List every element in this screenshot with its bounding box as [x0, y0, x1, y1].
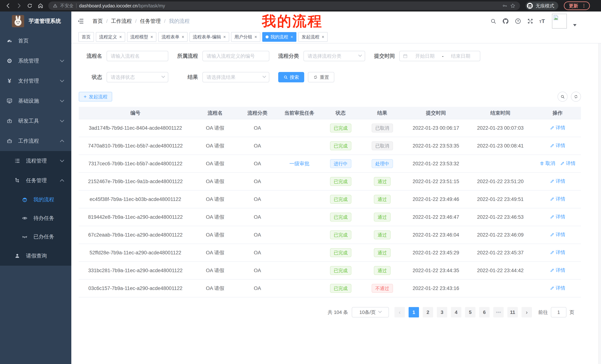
- tab-process-definition[interactable]: 流程定义×: [96, 32, 125, 42]
- detail-link[interactable]: 详情: [550, 249, 565, 256]
- close-icon[interactable]: ×: [150, 35, 153, 39]
- page-button-1[interactable]: 1: [409, 307, 419, 317]
- breadcrumb-item-0[interactable]: 首页: [92, 18, 103, 25]
- browser-home-icon[interactable]: [36, 1, 45, 10]
- sidebar-item-dev-tools[interactable]: 研发工具: [0, 111, 71, 131]
- browser-reload-icon[interactable]: [25, 1, 34, 10]
- tab-process-model[interactable]: 流程模型×: [127, 32, 156, 42]
- user-menu-caret-icon[interactable]: [573, 24, 576, 26]
- process-definition-input[interactable]: [202, 51, 269, 61]
- column-header-2: 流程分类: [238, 107, 277, 119]
- row-actions: 详情: [550, 178, 565, 184]
- result-select[interactable]: [202, 72, 269, 82]
- detail-link[interactable]: 详情: [550, 285, 565, 291]
- reset-button[interactable]: 重置: [308, 72, 334, 82]
- github-icon[interactable]: [502, 18, 509, 25]
- sidebar-item-my-process[interactable]: 我的流程: [0, 190, 71, 209]
- sidebar-item-workflow[interactable]: 工作流程: [0, 131, 71, 151]
- submit-time-range-picker[interactable]: 开始日期 - 结束日期: [399, 51, 480, 61]
- page-button-11[interactable]: 11: [507, 307, 518, 317]
- tab-home[interactable]: 首页: [78, 32, 94, 42]
- process-name-input[interactable]: [107, 51, 168, 61]
- detail-link[interactable]: 详情: [550, 125, 565, 131]
- sidebar-item-done-task[interactable]: 已办任务: [0, 228, 71, 246]
- current-task-link[interactable]: 一级审批: [289, 161, 310, 166]
- cell-category: OA: [238, 262, 277, 279]
- close-icon[interactable]: ×: [182, 35, 184, 39]
- cell-submit-time: 2022-01-23 00:06:17: [405, 119, 467, 137]
- sidebar-logo-row[interactable]: 芋道管理系统: [0, 11, 71, 31]
- cell-id: 819442e8-7b9a-11ec-a290-acde48001122: [79, 208, 192, 226]
- fullscreen-icon[interactable]: [527, 18, 534, 25]
- table-row: 819442e8-7b9a-11ec-a290-acde48001122OA 请…: [79, 208, 581, 226]
- detail-link[interactable]: 详情: [550, 142, 565, 149]
- process-name-label: 流程名: [79, 52, 102, 59]
- detail-link[interactable]: 详情: [550, 178, 565, 184]
- sidebar-item-system-manage[interactable]: 系统管理: [0, 51, 71, 71]
- search-button[interactable]: 搜索: [278, 72, 304, 82]
- sidebar-item-infrastructure[interactable]: 基础设施: [0, 91, 71, 111]
- start-process-button[interactable]: + 发起流程: [79, 92, 112, 102]
- next-page-button[interactable]: ›: [521, 307, 532, 317]
- sidebar-item-task-manage[interactable]: 任务管理: [0, 171, 71, 190]
- search-icon[interactable]: [490, 18, 496, 24]
- detail-link[interactable]: 详情: [550, 267, 565, 273]
- browser-forward-icon[interactable]: [14, 1, 23, 10]
- tab-user-group[interactable]: 用户分组×: [231, 32, 260, 42]
- address-bar[interactable]: 不安全 dashboard.yudao.iocoder.cn/bpm/task/…: [48, 1, 520, 10]
- browser-back-icon[interactable]: [4, 1, 13, 10]
- kebab-menu-icon[interactable]: [581, 3, 586, 8]
- detail-link[interactable]: 详情: [550, 213, 565, 220]
- process-category-select[interactable]: [303, 51, 365, 61]
- sidebar-item-process-manage[interactable]: 流程管理: [0, 151, 71, 171]
- close-icon[interactable]: ×: [290, 35, 293, 39]
- close-icon[interactable]: ×: [254, 35, 257, 39]
- prev-page-button[interactable]: ‹: [394, 307, 405, 317]
- page-button-4[interactable]: 4: [451, 307, 461, 317]
- cancel-link[interactable]: 取消: [540, 160, 555, 167]
- sidebar-item-home[interactable]: 首页: [0, 31, 71, 51]
- page-button-6[interactable]: 6: [479, 307, 490, 317]
- result-value[interactable]: [202, 72, 269, 82]
- status-value[interactable]: [107, 72, 168, 82]
- help-icon[interactable]: ?: [515, 18, 521, 25]
- sidebar-item-todo-task[interactable]: 待办任务: [0, 209, 71, 228]
- goto-page-input[interactable]: [551, 307, 566, 317]
- avatar[interactable]: [552, 14, 567, 29]
- goto-unit: 页: [570, 309, 574, 316]
- sidebar-item-leave-query[interactable]: 请假查询: [0, 246, 71, 266]
- detail-label: 详情: [566, 160, 576, 167]
- toggle-search-button[interactable]: [558, 92, 568, 102]
- page-button-3[interactable]: 3: [437, 307, 447, 317]
- tab-process-form-edit[interactable]: 流程表单-编辑×: [190, 32, 229, 42]
- key-icon[interactable]: [502, 3, 507, 8]
- sidebar-collapse-icon[interactable]: [77, 18, 84, 25]
- detail-link[interactable]: 详情: [550, 231, 565, 238]
- tab-process-form[interactable]: 流程表单×: [158, 32, 188, 42]
- tab-my-process[interactable]: 我的流程×: [262, 32, 296, 42]
- status-select[interactable]: [107, 72, 168, 82]
- detail-link[interactable]: 详情: [550, 196, 565, 202]
- tab-start-process[interactable]: 发起流程×: [298, 32, 328, 42]
- bookmark-star-icon[interactable]: [510, 3, 516, 9]
- more-pages-button[interactable]: •••: [493, 307, 504, 317]
- start-date-placeholder[interactable]: 开始日期: [409, 53, 441, 59]
- close-icon[interactable]: ×: [223, 35, 226, 39]
- font-size-icon[interactable]: TT: [539, 18, 545, 24]
- close-icon[interactable]: ×: [119, 35, 122, 39]
- browser-update-button[interactable]: 更新: [564, 1, 590, 10]
- cell-actions: 详情: [534, 190, 581, 208]
- detail-link[interactable]: 详情: [560, 160, 576, 167]
- refresh-table-button[interactable]: [571, 92, 581, 102]
- close-icon[interactable]: ×: [322, 35, 324, 39]
- tab-label: 首页: [82, 34, 91, 40]
- page-button-2[interactable]: 2: [423, 307, 433, 317]
- page-size-select[interactable]: 10条/页: [352, 307, 389, 317]
- sidebar-item-payment-manage[interactable]: ¥支付管理: [0, 71, 71, 91]
- breadcrumb-item-2[interactable]: 任务管理: [140, 18, 161, 25]
- end-date-placeholder[interactable]: 结束日期: [444, 53, 477, 59]
- process-category-value[interactable]: [303, 51, 365, 61]
- page-button-5[interactable]: 5: [465, 307, 475, 317]
- scrollbar[interactable]: [598, 11, 601, 364]
- breadcrumb-item-1[interactable]: 工作流程: [111, 18, 132, 25]
